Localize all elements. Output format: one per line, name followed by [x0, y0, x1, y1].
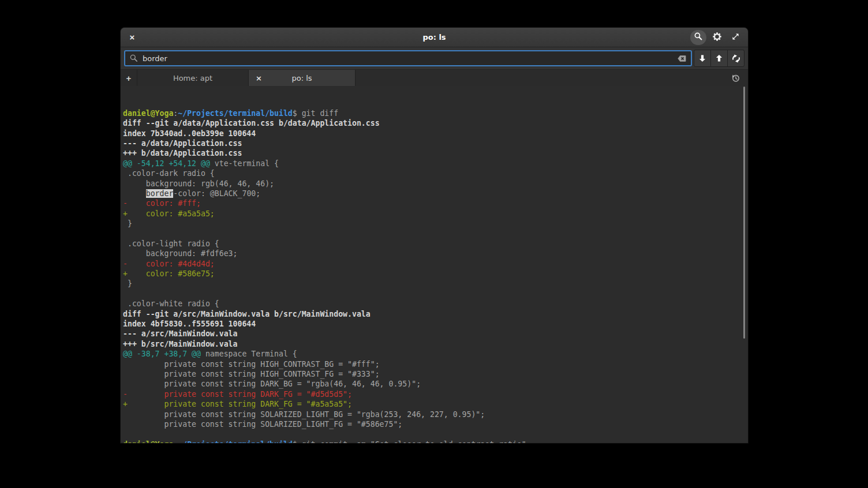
tab-label: Home: apt — [173, 74, 212, 82]
scrollbar-thumb[interactable] — [743, 87, 745, 339]
terminal-line: background: rgb(46, 46, 46); — [123, 179, 748, 189]
search-nav-buttons — [694, 50, 744, 67]
history-clock-icon — [731, 73, 740, 83]
title-bar: × po: ls — [121, 28, 748, 47]
terminal-line: .color-white radio { — [123, 299, 748, 309]
terminal-line: +++ b/src/MainWindow.vala — [123, 339, 748, 349]
terminal-line: .color-dark radio { — [123, 168, 748, 178]
terminal-line: border-color: @BLACK_700; — [123, 189, 748, 198]
terminal-line: private const string HIGH_CONTRAST_BG = … — [123, 359, 748, 369]
terminal-line: } — [123, 279, 748, 288]
fullscreen-button[interactable] — [727, 30, 743, 45]
terminal-line: private const string SOLARIZED_LIGHT_FG … — [123, 419, 748, 429]
tab-bar-spacer — [356, 70, 723, 86]
tab-close-icon[interactable]: × — [256, 74, 262, 82]
cyclic-search-button[interactable] — [727, 50, 744, 67]
gear-icon — [712, 32, 722, 43]
terminal-line: + private const string DARK_FG = "#a5a5a… — [123, 399, 748, 409]
next-match-button[interactable] — [694, 50, 711, 67]
magnifier-icon — [129, 54, 139, 63]
history-button[interactable] — [723, 70, 748, 86]
terminal-viewport[interactable]: daniel@Yoga:~/Projects/terminal/build$ g… — [121, 86, 748, 443]
search-icon — [694, 32, 703, 43]
terminal-line: background: #fdf6e3; — [123, 249, 748, 258]
tab-po-ls[interactable]: × po: ls — [249, 70, 356, 86]
terminal-line: + color: #a5a5a5; — [123, 209, 748, 219]
backspace-clear-icon — [677, 54, 687, 63]
terminal-line — [123, 429, 748, 439]
terminal-line: private const string DARK_BG = "rgba(46,… — [123, 379, 748, 389]
terminal-line: @@ -54,12 +54,12 @@ vte-terminal { — [123, 159, 748, 168]
terminal-line: - private const string DARK_FG = "#d5d5d… — [123, 389, 748, 399]
terminal-window: × po: ls — [121, 28, 748, 443]
window-title: po: ls — [121, 33, 748, 42]
terminal-line: .color-light radio { — [123, 239, 748, 249]
window-close-button[interactable]: × — [125, 31, 139, 44]
tab-bar: + Home: apt × po: ls — [121, 70, 748, 86]
terminal-line: daniel@Yoga:~/Projects/terminal/build$ g… — [123, 440, 748, 443]
new-tab-button[interactable]: + — [121, 70, 137, 86]
terminal-line: --- a/data/Application.css — [123, 138, 748, 148]
terminal-line: } — [123, 219, 748, 228]
terminal-line: + color: #586e75; — [123, 269, 748, 279]
previous-match-button[interactable] — [710, 50, 728, 67]
arrow-up-icon — [714, 54, 724, 63]
terminal-line: - color: #fff; — [123, 198, 748, 208]
cyclic-arrows-icon — [731, 54, 741, 63]
titlebar-actions — [690, 30, 743, 45]
terminal-line: +++ b/data/Application.css — [123, 148, 748, 158]
terminal-output: daniel@Yoga:~/Projects/terminal/build$ g… — [123, 108, 748, 443]
expand-arrows-icon — [731, 32, 740, 43]
terminal-line: diff --git a/data/Application.css b/data… — [123, 118, 748, 128]
search-bar — [121, 47, 748, 70]
terminal-line: - color: #4d4d4d; — [123, 259, 748, 269]
terminal-line: diff --git a/src/MainWindow.vala b/src/M… — [123, 309, 748, 319]
terminal-line: private const string HIGH_CONTRAST_FG = … — [123, 369, 748, 379]
terminal-line: private const string SOLARIZED_LIGHT_BG … — [123, 410, 748, 419]
search-input[interactable] — [143, 54, 673, 63]
terminal-line: index 4bf5830..f555691 100644 — [123, 319, 748, 329]
tab-label: po: ls — [291, 74, 312, 82]
terminal-line: --- a/src/MainWindow.vala — [123, 329, 748, 339]
search-entry[interactable] — [124, 50, 692, 66]
terminal-line — [123, 229, 748, 239]
terminal-line: daniel@Yoga:~/Projects/terminal/build$ g… — [123, 108, 748, 118]
terminal-line: index 7b340ad..0eb399e 100644 — [123, 129, 748, 138]
terminal-line — [123, 289, 748, 299]
settings-button[interactable] — [709, 30, 725, 45]
terminal-line: @@ -38,7 +38,7 @@ namespace Terminal { — [123, 349, 748, 359]
tab-home-apt[interactable]: Home: apt — [137, 70, 249, 86]
search-toggle-button[interactable] — [690, 30, 706, 45]
arrow-down-icon — [698, 54, 707, 63]
clear-search-button[interactable] — [677, 54, 687, 63]
